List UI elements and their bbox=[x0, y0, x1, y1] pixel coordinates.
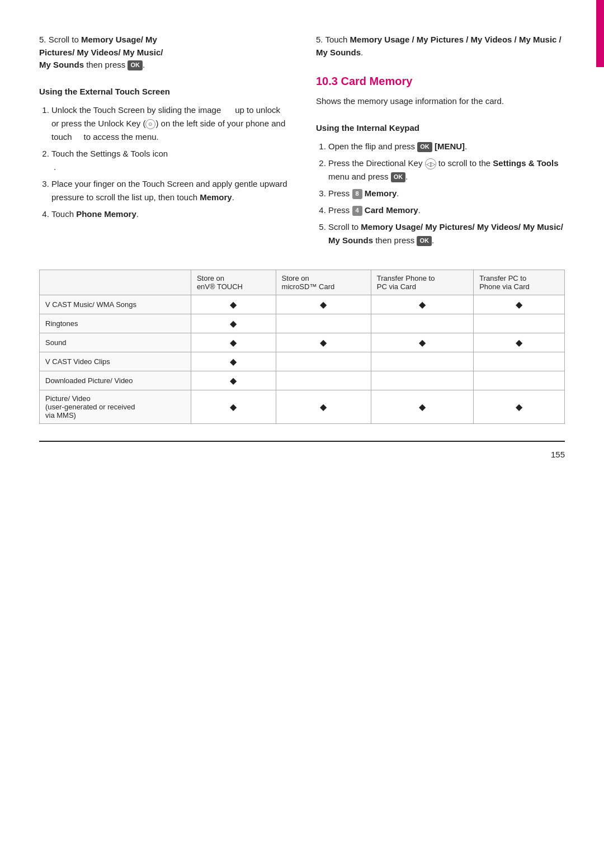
card-memory-num-btn: 4 bbox=[352, 206, 362, 215]
col-header-transfer-pc: Transfer PC toPhone via Card bbox=[474, 270, 565, 295]
bottom-divider bbox=[39, 441, 565, 442]
row-label-vcast-video: V CAST Video Clips bbox=[40, 352, 191, 371]
ok-button-right-2: OK bbox=[391, 172, 406, 182]
cell-vcast-video-phone bbox=[371, 352, 473, 371]
table-row: Downloaded Picture/ Video ◆ bbox=[40, 371, 565, 390]
external-touch-screen-steps: Unlock the Touch Screen by sliding the i… bbox=[39, 103, 288, 221]
cell-vcast-video-pc bbox=[474, 352, 565, 371]
cell-picture-video-microsd: ◆ bbox=[276, 390, 371, 424]
directional-key-icon: ◁▷ bbox=[425, 158, 436, 169]
page: 5. Scroll to Memory Usage/ MyPictures/ M… bbox=[0, 0, 604, 868]
row-label-downloaded: Downloaded Picture/ Video bbox=[40, 371, 191, 390]
step-5-right: Scroll to Memory Usage/ My Pictures/ My … bbox=[328, 220, 565, 247]
diamond-icon: ◆ bbox=[197, 402, 270, 412]
ok-button-right-5: OK bbox=[417, 236, 432, 246]
cell-vcast-video-microsd bbox=[276, 352, 371, 371]
env-touch-label: enV® TOUCH bbox=[197, 282, 243, 291]
page-number: 155 bbox=[39, 449, 565, 461]
left-item5: 5. Scroll to Memory Usage/ MyPictures/ M… bbox=[39, 34, 288, 72]
diamond-icon: ◆ bbox=[197, 337, 270, 348]
diamond-icon: ◆ bbox=[197, 375, 270, 386]
diamond-icon: ◆ bbox=[282, 299, 365, 310]
table-row: V CAST Music/ WMA Songs ◆ ◆ ◆ ◆ bbox=[40, 295, 565, 314]
cell-vcast-music-phone: ◆ bbox=[371, 295, 473, 314]
card-memory-title: 10.3 Card Memory bbox=[316, 73, 565, 89]
ok-button-left-top: OK bbox=[128, 60, 143, 70]
memory-num-btn: 8 bbox=[352, 189, 362, 199]
diamond-icon: ◆ bbox=[377, 337, 468, 348]
two-column-layout: 5. Scroll to Memory Usage/ MyPictures/ M… bbox=[39, 34, 565, 253]
diamond-icon: ◆ bbox=[377, 402, 468, 412]
cell-picture-video-pc: ◆ bbox=[474, 390, 565, 424]
cell-downloaded-phone bbox=[371, 371, 473, 390]
step-1-right: Open the flip and press OK [MENU]. bbox=[328, 140, 565, 153]
cell-picture-video-phone: ◆ bbox=[371, 390, 473, 424]
step-3-right: Press 8 Memory. bbox=[328, 187, 565, 200]
cell-ringtones-phone bbox=[371, 314, 473, 333]
cell-vcast-music-pc: ◆ bbox=[474, 295, 565, 314]
card-memory-description: Shows the memory usage information for t… bbox=[316, 95, 565, 108]
diamond-icon: ◆ bbox=[377, 299, 468, 310]
col-header-microsd: Store onmicroSD™ Card bbox=[276, 270, 371, 295]
step-4-right: Press 4 Card Memory. bbox=[328, 204, 565, 217]
diamond-icon: ◆ bbox=[197, 299, 270, 310]
left-column: 5. Scroll to Memory Usage/ MyPictures/ M… bbox=[39, 34, 288, 253]
table-row: V CAST Video Clips ◆ bbox=[40, 352, 565, 371]
cell-vcast-music-env: ◆ bbox=[191, 295, 276, 314]
table-header-row: Store onenV® TOUCH Store onmicroSD™ Card… bbox=[40, 270, 565, 295]
memory-table: Store onenV® TOUCH Store onmicroSD™ Card… bbox=[39, 270, 565, 424]
diamond-icon: ◆ bbox=[282, 337, 365, 348]
row-label-sound: Sound bbox=[40, 333, 191, 352]
diamond-icon: ◆ bbox=[282, 402, 365, 412]
transfer-pc-label: Phone via Card bbox=[479, 282, 530, 291]
row-label-vcast-music: V CAST Music/ WMA Songs bbox=[40, 295, 191, 314]
cell-sound-env: ◆ bbox=[191, 333, 276, 352]
step-2-left: Touch the Settings & Tools icon . bbox=[51, 147, 288, 174]
step-2-right: Press the Directional Key ◁▷ to scroll t… bbox=[328, 157, 565, 183]
internal-keypad-steps: Open the flip and press OK [MENU]. Press… bbox=[316, 140, 565, 247]
cell-downloaded-env: ◆ bbox=[191, 371, 276, 390]
cell-downloaded-microsd bbox=[276, 371, 371, 390]
external-touch-screen-heading: Using the External Touch Screen bbox=[39, 86, 288, 98]
cell-sound-pc: ◆ bbox=[474, 333, 565, 352]
cell-downloaded-pc bbox=[474, 371, 565, 390]
diamond-icon: ◆ bbox=[479, 299, 559, 310]
cell-picture-video-env: ◆ bbox=[191, 390, 276, 424]
row-label-picture-video: Picture/ Video(user-generated or receive… bbox=[40, 390, 191, 424]
diamond-icon: ◆ bbox=[479, 402, 559, 412]
col-header-transfer-phone: Transfer Phone toPC via Card bbox=[371, 270, 473, 295]
microsd-label: microSD™ Card bbox=[282, 282, 335, 291]
card-memory-section: 10.3 Card Memory Shows the memory usage … bbox=[316, 73, 565, 247]
ok-button-right-1: OK bbox=[417, 142, 432, 152]
cell-vcast-video-env: ◆ bbox=[191, 352, 276, 371]
internal-keypad-heading: Using the Internal Keypad bbox=[316, 122, 565, 135]
right-column: 5. Touch Memory Usage / My Pictures / My… bbox=[316, 34, 565, 253]
accent-bar bbox=[596, 0, 604, 67]
step-4-left: Touch Phone Memory. bbox=[51, 207, 288, 221]
transfer-phone-label: PC via Card bbox=[377, 282, 416, 291]
table-row: Sound ◆ ◆ ◆ ◆ bbox=[40, 333, 565, 352]
diamond-icon: ◆ bbox=[479, 337, 559, 348]
table-row: Picture/ Video(user-generated or receive… bbox=[40, 390, 565, 424]
step-3-left: Place your finger on the Touch Screen an… bbox=[51, 177, 288, 204]
diamond-icon: ◆ bbox=[197, 356, 270, 367]
step-1-left: Unlock the Touch Screen by sliding the i… bbox=[51, 103, 288, 144]
cell-sound-phone: ◆ bbox=[371, 333, 473, 352]
cell-ringtones-env: ◆ bbox=[191, 314, 276, 333]
table-row: Ringtones ◆ bbox=[40, 314, 565, 333]
right-item5: 5. Touch Memory Usage / My Pictures / My… bbox=[316, 34, 565, 59]
cell-ringtones-microsd bbox=[276, 314, 371, 333]
cell-vcast-music-microsd: ◆ bbox=[276, 295, 371, 314]
cell-sound-microsd: ◆ bbox=[276, 333, 371, 352]
col-header-label bbox=[40, 270, 191, 295]
row-label-ringtones: Ringtones bbox=[40, 314, 191, 333]
unlock-key-icon: ⊙ bbox=[145, 119, 155, 129]
col-header-env-touch: Store onenV® TOUCH bbox=[191, 270, 276, 295]
cell-ringtones-pc bbox=[474, 314, 565, 333]
diamond-icon: ◆ bbox=[197, 318, 270, 329]
